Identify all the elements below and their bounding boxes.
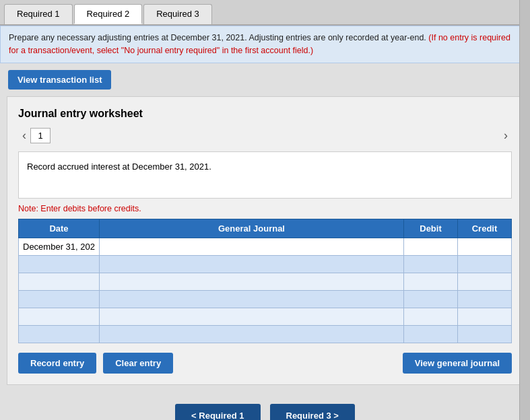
table-row: [19, 290, 512, 308]
cell-journal[interactable]: [100, 290, 404, 308]
journal-input[interactable]: [104, 259, 399, 269]
debit-input[interactable]: [408, 329, 453, 339]
note-text: Note: Enter debits before credits.: [18, 204, 512, 213]
table-row: [19, 273, 512, 290]
tab-required1[interactable]: Required 1: [4, 4, 73, 24]
cell-date[interactable]: [19, 255, 100, 273]
info-banner-main: Prepare any necessary adjusting entries …: [9, 33, 426, 42]
view-transaction-button[interactable]: View transaction list: [8, 70, 111, 90]
date-input[interactable]: [23, 259, 95, 269]
credit-input[interactable]: [462, 259, 507, 269]
cell-date[interactable]: [19, 308, 100, 325]
credit-input[interactable]: [462, 329, 507, 339]
tab-required2[interactable]: Required 2: [74, 4, 143, 24]
col-header-debit: Debit: [404, 219, 458, 238]
cell-debit[interactable]: [404, 308, 458, 325]
credit-input[interactable]: [462, 294, 507, 304]
cell-date[interactable]: [19, 290, 100, 308]
cell-debit[interactable]: [404, 290, 458, 308]
cell-debit[interactable]: [404, 238, 458, 255]
date-input[interactable]: [23, 277, 95, 287]
cell-credit[interactable]: [458, 308, 512, 325]
date-input[interactable]: [23, 294, 95, 304]
info-banner: Prepare any necessary adjusting entries …: [0, 26, 530, 63]
journal-input[interactable]: [104, 294, 399, 304]
record-entry-button[interactable]: Record entry: [18, 353, 96, 374]
cell-debit[interactable]: [404, 325, 458, 343]
tab-required3[interactable]: Required 3: [143, 4, 212, 24]
cell-date[interactable]: [19, 325, 100, 343]
view-general-journal-button[interactable]: View general journal: [403, 353, 512, 374]
prev-page-button[interactable]: ‹: [18, 129, 30, 143]
journal-input[interactable]: [104, 329, 399, 339]
cell-journal[interactable]: [100, 308, 404, 325]
cell-credit[interactable]: [458, 238, 512, 255]
next-required-button[interactable]: Required 3 >: [270, 404, 355, 421]
tabs-bar: Required 1 Required 2 Required 3: [0, 0, 530, 26]
debit-input[interactable]: [408, 259, 453, 269]
journal-input[interactable]: [104, 242, 399, 252]
cell-credit[interactable]: [458, 290, 512, 308]
table-row: [19, 238, 512, 255]
table-row: [19, 308, 512, 325]
worksheet-card: Journal entry worksheet ‹ 1 › Record acc…: [7, 96, 523, 385]
debit-input[interactable]: [408, 312, 453, 322]
debit-input[interactable]: [408, 277, 453, 287]
cell-credit[interactable]: [458, 255, 512, 273]
cell-debit[interactable]: [404, 255, 458, 273]
cell-date[interactable]: [19, 273, 100, 290]
cell-date[interactable]: [19, 238, 100, 255]
cell-journal[interactable]: [100, 325, 404, 343]
page-number: 1: [30, 128, 51, 143]
col-header-credit: Credit: [458, 219, 512, 238]
table-row: [19, 255, 512, 273]
credit-input[interactable]: [462, 242, 507, 252]
journal-input[interactable]: [104, 277, 399, 287]
table-row: [19, 325, 512, 343]
prev-required-button[interactable]: < Required 1: [175, 404, 260, 421]
bottom-nav: < Required 1 Required 3 >: [0, 392, 530, 421]
action-row: Record entry Clear entry View general jo…: [18, 353, 512, 374]
debit-input[interactable]: [408, 242, 453, 252]
credit-input[interactable]: [462, 277, 507, 287]
debit-input[interactable]: [408, 294, 453, 304]
cell-journal[interactable]: [100, 238, 404, 255]
cell-credit[interactable]: [458, 325, 512, 343]
journal-table: Date General Journal Debit Credit: [18, 219, 512, 343]
journal-input[interactable]: [104, 312, 399, 322]
col-header-date: Date: [19, 219, 100, 238]
worksheet-title: Journal entry worksheet: [18, 108, 512, 120]
nav-row: ‹ 1 ›: [18, 128, 512, 143]
description-box: Record accrued interest at December 31, …: [18, 151, 512, 199]
col-header-journal: General Journal: [100, 219, 404, 238]
cell-credit[interactable]: [458, 273, 512, 290]
cell-journal[interactable]: [100, 273, 404, 290]
cell-journal[interactable]: [100, 255, 404, 273]
description-text: Record accrued interest at December 31, …: [27, 162, 211, 172]
scrollbar[interactable]: [519, 0, 530, 420]
credit-input[interactable]: [462, 312, 507, 322]
date-input[interactable]: [23, 329, 95, 339]
clear-entry-button[interactable]: Clear entry: [103, 353, 173, 374]
next-page-button[interactable]: ›: [500, 129, 512, 143]
date-input[interactable]: [23, 242, 95, 252]
cell-debit[interactable]: [404, 273, 458, 290]
date-input[interactable]: [23, 312, 95, 322]
